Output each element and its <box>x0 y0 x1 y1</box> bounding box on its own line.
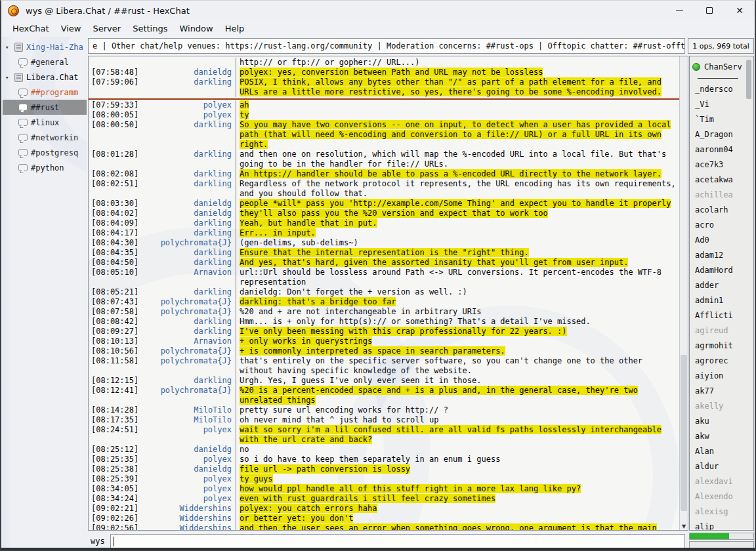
sidebar-item-rust[interactable]: ##rust <box>3 100 87 115</box>
userlist-item[interactable]: akw <box>690 428 753 443</box>
userlist-item[interactable]: _ndersco <box>690 81 753 96</box>
op-status-icon <box>692 63 700 71</box>
userlist-item[interactable]: aldur <box>690 459 753 474</box>
message-text: polyex: yes, conversion between Path and… <box>236 68 679 77</box>
userlist-item[interactable]: adam12 <box>690 247 753 262</box>
userlist-item[interactable]: `Tim <box>690 112 753 127</box>
sidebar-item-general[interactable]: #general <box>3 54 87 70</box>
chat-message: [08:12:15]darklingUrgh. Yes, I guess I'v… <box>89 376 679 386</box>
sidebar-item-networkin[interactable]: #networkin <box>3 130 87 145</box>
chat-message: [08:17:35]MiloTilooh never mind that ^ j… <box>89 415 679 425</box>
message-timestamp: [08:25:38] <box>89 464 140 474</box>
chat-message: [08:10:56]polychromata{J}+ is commonly i… <box>89 346 679 356</box>
message-text: ty <box>236 110 679 120</box>
menu-server[interactable]: Server <box>87 22 127 35</box>
message-text-content: how would ppl handle all of this stuff r… <box>240 484 581 493</box>
userlist-item[interactable]: aaronm04 <box>690 142 753 157</box>
chat-message: [08:00:50]darklingSo you may have two co… <box>89 120 679 150</box>
userlist-item[interactable]: _Vi <box>690 96 753 112</box>
close-button[interactable]: ✕ <box>724 1 755 20</box>
userlist-item[interactable]: Afflicti <box>690 308 753 323</box>
userlist-item[interactable]: Alexendo <box>690 489 753 504</box>
user-nick: AdamHord <box>695 266 733 275</box>
chat-message: [08:00:05]polyexty <box>89 110 679 120</box>
user-nick: adam12 <box>695 251 723 260</box>
chat-message: [08:34:24]polyexeven with rust guardrail… <box>89 494 679 504</box>
sidebar-item-python[interactable]: #python <box>3 160 87 175</box>
message-nick: darkling <box>140 179 236 199</box>
message-nick: polychromata{J} <box>140 238 236 248</box>
sidebar-item-programm[interactable]: ##programm <box>3 85 87 100</box>
network-row[interactable]: ▾Xing-Hai-Zha <box>3 39 87 54</box>
user-nick: acetakwa <box>695 175 733 184</box>
message-text-content: Regardless of the network protocol it re… <box>240 179 676 198</box>
menu-hexchat[interactable]: HexChat <box>7 22 55 35</box>
user-nick: _Vi <box>695 100 709 109</box>
chat-message: [08:09:27]darklingI've only been messing… <box>89 327 679 337</box>
userlist-item[interactable]: A_Dragon <box>690 127 753 142</box>
userlist-item[interactable]: akelly <box>690 398 753 413</box>
chat-scrollbar-thumb[interactable] <box>681 355 687 511</box>
userlist-item[interactable]: agrorec <box>690 353 753 368</box>
message-nick: polyex <box>140 494 236 504</box>
message-text-content: so i do have to keep them separately in … <box>240 455 500 464</box>
text-caret <box>114 537 114 546</box>
minimize-button[interactable] <box>664 1 694 20</box>
menu-window[interactable]: Window <box>173 22 219 35</box>
userlist-item[interactable]: agrmohit <box>690 338 753 353</box>
message-nick: darkling <box>140 228 236 238</box>
expander-icon[interactable]: ▾ <box>5 44 14 51</box>
userlist-item[interactable]: ak77 <box>690 383 753 398</box>
message-timestamp: [08:07:58] <box>89 307 140 317</box>
userlist-item[interactable]: alip <box>690 519 753 531</box>
maximize-button[interactable] <box>694 1 724 20</box>
channel-name: ##rust <box>31 103 59 112</box>
user-count-text: 1 ops, 969 total <box>692 42 749 51</box>
chat-message: [08:25:39]polyexty guys <box>89 474 679 484</box>
userlist-item[interactable]: admin1 <box>690 293 753 308</box>
userlist-item[interactable]: ace7k3 <box>690 157 753 172</box>
chat-area[interactable]: http:// or ftp:// or gopher:// URL...)[0… <box>88 56 688 531</box>
chat-message: [08:10:13]Arnavion+ only works in querys… <box>89 337 679 346</box>
message-timestamp: [08:17:35] <box>89 415 140 425</box>
userlist-scrollbar[interactable] <box>745 57 753 529</box>
user-nick: aiyion <box>695 371 723 380</box>
userlist-item[interactable]: aku <box>690 413 753 428</box>
userlist-item[interactable]: alexdavi <box>690 474 753 489</box>
userlist-item[interactable]: ChanServ <box>690 59 753 74</box>
user-list-panel[interactable]: ChanServ_ndersco_Vi`TimA_Dragonaaronm04a… <box>689 56 754 531</box>
menu-view[interactable]: View <box>55 22 87 35</box>
sidebar-item-postgresq[interactable]: #postgresq <box>3 145 87 160</box>
message-text: danieldg: Don't forget the + version as … <box>236 287 679 297</box>
userlist-item[interactable]: acro <box>690 217 753 232</box>
userlist-item[interactable]: alexisg <box>690 504 753 519</box>
userlist-item[interactable]: achillea <box>690 187 753 202</box>
message-text-content: oh never mind that ^ just had to scroll … <box>240 415 438 424</box>
message-input[interactable] <box>110 534 685 548</box>
message-text: that's entirely on the specific server s… <box>236 356 679 376</box>
userlist-item[interactable]: Alan <box>690 443 753 459</box>
chat-message: [07:58:48]danieldgpolyex: yes, conversio… <box>89 68 679 77</box>
userlist-item[interactable]: Ad0 <box>690 232 753 247</box>
userlist-item[interactable]: acolarh <box>690 202 753 217</box>
chat-scrollbar[interactable]: ▼ <box>679 56 688 530</box>
window-title: wys @ Libera.Chat / ##rust - HexChat <box>26 6 190 16</box>
user-nick: Ad0 <box>695 235 709 245</box>
menu-settings[interactable]: Settings <box>127 22 173 35</box>
message-text: And yes, that's hard, given the assorted… <box>236 258 679 268</box>
menu-help[interactable]: Help <box>219 22 251 35</box>
user-nick: adder <box>695 281 719 290</box>
userlist-item[interactable]: adder <box>690 277 753 293</box>
scroll-down-arrow-icon[interactable]: ▼ <box>680 523 688 529</box>
userlist-scrollbar-thumb[interactable] <box>746 60 751 99</box>
topic-bar[interactable]: e | Other chat/help venues: https://rust… <box>88 38 685 54</box>
expander-icon[interactable]: ▾ <box>5 74 14 81</box>
message-text: Err... in input. <box>236 228 679 238</box>
userlist-item[interactable]: agireud <box>690 323 753 338</box>
userlist-item[interactable]: acetakwa <box>690 172 753 187</box>
title-bar[interactable]: wys @ Libera.Chat / ##rust - HexChat ✕ <box>1 1 755 20</box>
network-row[interactable]: ▾Libera.Chat <box>3 70 87 85</box>
userlist-item[interactable]: AdamHord <box>690 262 753 277</box>
sidebar-item-linux[interactable]: #linux <box>3 115 87 130</box>
userlist-item[interactable]: aiyion <box>690 368 753 383</box>
